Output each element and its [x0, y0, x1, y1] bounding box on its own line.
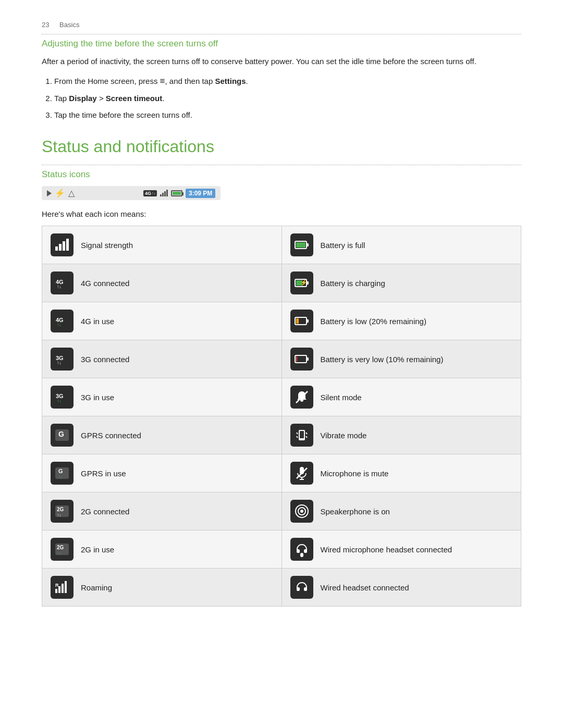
signal-strength-cell: Signal strength	[42, 226, 282, 264]
table-row: 4G ↑↓ 4G in use Battery is low (20% rema…	[42, 302, 521, 340]
svg-text:↑↓: ↑↓	[57, 551, 61, 556]
2g-inuse-icon: 2G ↑↓	[51, 538, 74, 561]
vibrate-mode-icon	[290, 424, 313, 447]
4g-connected-icon: 4G ↑↓	[51, 272, 74, 294]
svg-text:R: R	[55, 583, 59, 588]
table-row: 2G ↑↓ 2G connected Speakerphone is on	[42, 492, 521, 530]
svg-text:↑↓: ↑↓	[57, 398, 62, 403]
gprs-connected-icon: G	[51, 424, 74, 447]
table-row: 4G ↑↓ 4G connected ⚡ Battery is charging	[42, 264, 521, 302]
step-3: Tap the time before the screen turns off…	[54, 109, 521, 121]
4g-connected-label: 4G connected	[81, 278, 129, 289]
battery-full-cell: Battery is full	[282, 226, 521, 264]
vibrate-mode-cell: Vibrate mode	[282, 416, 521, 454]
icons-table: Signal strength Battery is full 4G ↑↓ 4G	[42, 226, 521, 607]
battery-charging-cell: ⚡ Battery is charging	[282, 264, 521, 302]
usb-icon: ⚡	[55, 188, 65, 198]
4g-status-icon: 4G ↑↓	[143, 190, 157, 196]
mic-mute-cell: Microphone is mute	[282, 454, 521, 492]
gprs-connected-label: GPRS connected	[81, 430, 141, 441]
svg-rect-1	[59, 244, 62, 251]
svg-rect-57	[62, 584, 64, 593]
heres-text: Here's what each icon means:	[42, 209, 521, 218]
svg-rect-6	[307, 243, 309, 246]
battery-full-label: Battery is full	[321, 240, 365, 251]
3g-connected-icon: 3G ↑↓	[51, 348, 74, 371]
mic-mute-icon	[290, 462, 313, 485]
table-row: 3G ↑↓ 3G connected Battery is very low (…	[42, 340, 521, 378]
4g-inuse-label: 4G in use	[81, 316, 114, 327]
svg-text:2G: 2G	[57, 545, 64, 550]
step-1: From the Home screen, press ≡, and then …	[54, 74, 521, 88]
2g-connected-cell: 2G ↑↓ 2G connected	[42, 492, 282, 530]
2g-inuse-label: 2G in use	[81, 544, 114, 555]
4g-inuse-cell: 4G ↑↓ 4G in use	[42, 302, 282, 340]
svg-rect-22	[307, 357, 309, 361]
roaming-icon: R	[51, 576, 74, 599]
2g-inuse-cell: 2G ↑↓ 2G in use	[42, 530, 282, 568]
section2-title: Status and notifications	[42, 137, 521, 156]
svg-point-26	[301, 400, 303, 402]
svg-rect-21	[296, 356, 297, 362]
svg-rect-31	[300, 431, 304, 438]
battery-low-label: Battery is low (20% remaining)	[321, 316, 426, 327]
3g-inuse-cell: 3G ↑↓ 3G in use	[42, 378, 282, 416]
2g-connected-label: 2G connected	[81, 506, 129, 517]
svg-rect-58	[65, 581, 67, 593]
section1-divider	[42, 34, 521, 34]
roaming-label: Roaming	[81, 582, 112, 593]
silent-mode-label: Silent mode	[321, 392, 362, 403]
4g-connected-cell: 4G ↑↓ 4G connected	[42, 264, 282, 302]
svg-line-32	[297, 433, 298, 434]
mic-mute-label: Microphone is mute	[321, 468, 389, 479]
step-2: Tap Display > Screen timeout.	[54, 92, 521, 105]
battery-verylow-icon	[290, 348, 313, 371]
gprs-connected-cell: G GPRS connected	[42, 416, 282, 454]
wired-headset-mic-label: Wired microphone headset connected	[321, 544, 452, 555]
table-row: 2G ↑↓ 2G in use Wired microphone headset…	[42, 530, 521, 569]
roaming-cell: R Roaming	[42, 569, 282, 606]
speakerphone-cell: Speakerphone is on	[282, 492, 521, 530]
svg-text:2G: 2G	[57, 507, 64, 512]
svg-text:G: G	[58, 430, 64, 438]
status-icons-title: Status icons	[42, 169, 521, 180]
speakerphone-icon	[290, 500, 313, 523]
svg-text:↑↓: ↑↓	[58, 475, 63, 479]
signal-status-icon	[160, 190, 168, 196]
section1-body: After a period of inactivity, the screen…	[42, 55, 521, 68]
svg-text:↑↓: ↑↓	[57, 284, 62, 289]
table-row: G GPRS connected Vibrate mode	[42, 416, 521, 454]
section2-divider	[42, 165, 521, 165]
svg-rect-17	[307, 319, 309, 323]
svg-text:↑↓: ↑↓	[57, 360, 62, 365]
page-number: 23 Basics	[42, 21, 521, 29]
battery-full-icon	[290, 233, 313, 256]
battery-charging-icon: ⚡	[290, 272, 313, 294]
svg-text:⚡: ⚡	[300, 279, 308, 286]
svg-rect-3	[66, 239, 69, 251]
battery-charging-label: Battery is charging	[321, 278, 385, 289]
wired-headset-icon	[290, 576, 313, 599]
battery-low-cell: Battery is low (20% remaining)	[282, 302, 521, 340]
3g-inuse-label: 3G in use	[81, 392, 114, 403]
battery-status-icon	[171, 190, 182, 196]
silent-mode-cell: Silent mode	[282, 378, 521, 416]
svg-rect-5	[296, 242, 305, 248]
vibrate-mode-label: Vibrate mode	[321, 430, 367, 441]
battery-verylow-cell: Battery is very low (10% remaining)	[282, 340, 521, 378]
table-row: 3G ↑↓ 3G in use Silent mode	[42, 378, 521, 416]
silent-mode-icon	[290, 386, 313, 409]
gprs-inuse-icon: G ↑↓	[51, 462, 74, 485]
svg-text:↑↓: ↑↓	[57, 322, 62, 327]
svg-line-33	[297, 436, 298, 438]
battery-low-icon	[290, 310, 313, 332]
2g-connected-icon: 2G ↑↓	[51, 500, 74, 523]
wired-headset-label: Wired headset connected	[321, 582, 409, 593]
table-row: G ↑↓ GPRS in use Microphone is mute	[42, 454, 521, 492]
signal-strength-label: Signal strength	[81, 240, 133, 251]
3g-inuse-icon: 3G ↑↓	[51, 386, 74, 409]
svg-text:↑↓: ↑↓	[57, 513, 61, 517]
section1-title: Adjusting the time before the screen tur…	[42, 39, 521, 49]
steps-list: From the Home screen, press ≡, and then …	[54, 74, 521, 121]
warning-icon: △	[68, 188, 75, 198]
